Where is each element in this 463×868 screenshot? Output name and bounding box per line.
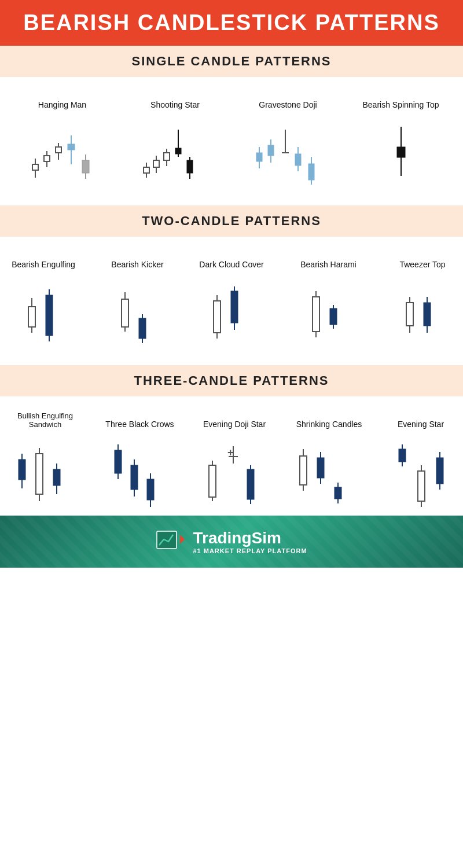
- svg-rect-39: [295, 154, 301, 165]
- shooting-star-chart: [135, 115, 216, 190]
- hanging-man-chart: [22, 115, 103, 190]
- pattern-shrinking-candles-label: Shrinking Candles: [296, 408, 362, 429]
- pattern-bearish-kicker: Bearish Kicker: [103, 248, 172, 350]
- svg-rect-28: [187, 160, 193, 173]
- pattern-bearish-engulfing-label: Bearish Engulfing: [12, 248, 75, 269]
- svg-rect-72: [406, 303, 413, 326]
- pattern-three-black-crows-label: Three Black Crows: [105, 408, 174, 429]
- svg-rect-63: [231, 291, 238, 323]
- page-header: BEARISH CANDLESTICK PATTERNS: [0, 0, 463, 46]
- two-candle-grid: Bearish Engulfing Bearish Kicker: [0, 237, 463, 356]
- svg-rect-78: [19, 459, 25, 480]
- svg-rect-1: [32, 164, 38, 170]
- pattern-evening-star-label: Evening Star: [398, 408, 444, 429]
- bearish-harami-chart: [291, 275, 366, 350]
- svg-rect-87: [115, 450, 122, 473]
- pattern-hanging-man: Hanging Man: [22, 89, 103, 190]
- pattern-gravestone-doji-label: Gravestone Doji: [259, 89, 317, 109]
- three-candle-label: THREE-CANDLE PATTERNS: [8, 373, 455, 388]
- svg-rect-31: [256, 153, 262, 161]
- svg-rect-57: [139, 318, 146, 339]
- pattern-evening-doji-star-label: Evening Doji Star: [203, 408, 266, 429]
- svg-rect-4: [44, 156, 50, 161]
- svg-rect-123: [157, 531, 177, 549]
- svg-rect-75: [424, 303, 431, 326]
- svg-rect-96: [209, 465, 216, 497]
- svg-rect-109: [317, 458, 324, 478]
- svg-rect-84: [53, 469, 60, 486]
- svg-rect-81: [36, 454, 43, 494]
- bullish-engulfing-sandwich-chart: [5, 435, 86, 510]
- svg-rect-93: [147, 479, 154, 500]
- bearish-engulfing-chart: [6, 275, 81, 350]
- pattern-bearish-engulfing: Bearish Engulfing: [6, 248, 81, 350]
- svg-rect-10: [68, 144, 75, 150]
- svg-rect-19: [153, 160, 159, 167]
- bearish-spinning-top-chart: [361, 115, 442, 190]
- brand-text: TradingSim #1 MARKET REPLAY PLATFORM: [193, 529, 307, 554]
- pattern-dark-cloud-cover: Dark Cloud Cover: [194, 248, 269, 350]
- svg-rect-103: [247, 469, 254, 499]
- svg-rect-54: [122, 299, 128, 327]
- pattern-shrinking-candles: Shrinking Candles: [289, 408, 370, 510]
- brand-name: TradingSim: [193, 529, 307, 547]
- pattern-bullish-engulfing-sandwich: Bullish Engulfing Sandwich: [5, 408, 86, 510]
- svg-rect-25: [175, 148, 181, 154]
- two-candle-section-header: TWO-CANDLE PATTERNS: [0, 205, 463, 237]
- svg-rect-106: [300, 456, 307, 485]
- svg-rect-16: [144, 167, 149, 173]
- svg-rect-121: [436, 458, 443, 484]
- dark-cloud-cover-chart: [194, 275, 269, 350]
- single-candle-grid: Hanging Man: [0, 77, 463, 196]
- pattern-bearish-harami-label: Bearish Harami: [300, 248, 356, 269]
- page-title: BEARISH CANDLESTICK PATTERNS: [12, 10, 451, 35]
- pattern-bullish-engulfing-sandwich-label: Bullish Engulfing Sandwich: [5, 408, 86, 429]
- brand-logo: TradingSim #1 MARKET REPLAY PLATFORM: [156, 527, 307, 557]
- pattern-bearish-harami: Bearish Harami: [291, 248, 366, 350]
- pattern-evening-star: Evening Star: [383, 408, 458, 510]
- pattern-bearish-spinning-top: Bearish Spinning Top: [361, 89, 442, 190]
- pattern-tweezer-top: Tweezer Top: [388, 248, 457, 350]
- three-candle-grid: Bullish Engulfing Sandwich Three Black C…: [0, 396, 463, 516]
- single-candle-label: SINGLE CANDLE PATTERNS: [8, 54, 455, 69]
- svg-rect-60: [214, 301, 221, 333]
- svg-rect-69: [330, 308, 337, 325]
- footer: TradingSim #1 MARKET REPLAY PLATFORM: [0, 516, 463, 568]
- svg-rect-112: [335, 487, 341, 499]
- svg-rect-115: [399, 449, 406, 462]
- svg-rect-22: [164, 153, 170, 160]
- svg-rect-42: [308, 164, 314, 180]
- svg-rect-118: [418, 471, 425, 501]
- svg-rect-13: [82, 160, 89, 173]
- pattern-dark-cloud-cover-label: Dark Cloud Cover: [199, 248, 263, 269]
- svg-rect-7: [56, 147, 61, 153]
- gravestone-doji-chart: [248, 115, 329, 190]
- svg-rect-34: [268, 145, 274, 156]
- svg-rect-48: [28, 307, 35, 327]
- svg-rect-90: [131, 465, 138, 490]
- pattern-hanging-man-label: Hanging Man: [38, 89, 86, 109]
- pattern-tweezer-top-label: Tweezer Top: [399, 248, 445, 269]
- two-candle-label: TWO-CANDLE PATTERNS: [8, 214, 455, 229]
- pattern-bearish-spinning-top-label: Bearish Spinning Top: [362, 89, 439, 109]
- tradingsim-logo-icon: [156, 527, 186, 557]
- bearish-kicker-chart: [103, 275, 172, 350]
- pattern-shooting-star-label: Shooting Star: [150, 89, 200, 109]
- three-black-crows-chart: [100, 435, 181, 510]
- svg-text:+: +: [227, 447, 234, 458]
- shrinking-candles-chart: [289, 435, 370, 510]
- pattern-gravestone-doji: Gravestone Doji: [248, 89, 329, 190]
- svg-rect-51: [46, 295, 53, 336]
- pattern-shooting-star: Shooting Star: [135, 89, 216, 190]
- brand-tagline: #1 MARKET REPLAY PLATFORM: [193, 547, 307, 554]
- pattern-three-black-crows: Three Black Crows: [100, 408, 181, 510]
- svg-rect-45: [397, 147, 405, 157]
- tweezer-top-chart: [388, 275, 457, 350]
- pattern-evening-doji-star: Evening Doji Star +: [194, 408, 275, 510]
- svg-rect-66: [313, 297, 319, 332]
- single-candle-section-header: SINGLE CANDLE PATTERNS: [0, 46, 463, 77]
- three-candle-section-header: THREE-CANDLE PATTERNS: [0, 365, 463, 396]
- pattern-bearish-kicker-label: Bearish Kicker: [111, 248, 163, 269]
- evening-doji-star-chart: +: [194, 435, 275, 510]
- evening-star-chart: [383, 435, 458, 510]
